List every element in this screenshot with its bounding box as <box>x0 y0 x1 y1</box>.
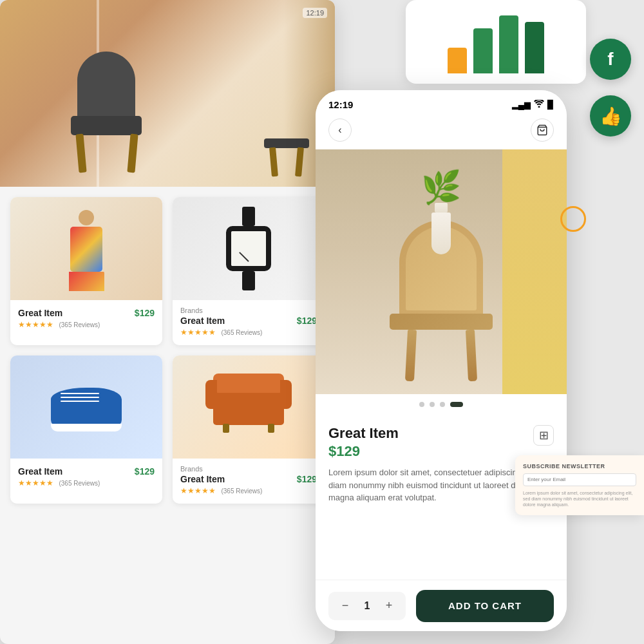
wooden-chair-leg-right <box>466 330 477 382</box>
product-info-sofa: Brands Great Item $129 ★★★★★ (365 Review… <box>173 459 325 504</box>
newsletter-title: SUBSCRIBE NEWSLETTER <box>523 463 636 469</box>
bar-green-2 <box>499 15 518 73</box>
star-rating: ★★★★★ <box>18 478 53 488</box>
product-name: Great Item <box>18 466 62 477</box>
watch-outer <box>226 226 271 271</box>
star-rating: ★★★★★ <box>180 486 216 495</box>
watch-strap-bottom <box>242 271 255 290</box>
expand-button[interactable]: ⊞ <box>533 425 554 446</box>
chart-bar-3 <box>499 15 518 73</box>
sofa-leg-right <box>268 424 274 433</box>
sofa-leg-left <box>223 424 229 433</box>
fashion-body <box>70 227 102 272</box>
yellow-accent-bg <box>502 149 567 394</box>
carousel-dots <box>316 394 567 415</box>
newsletter-widget: SUBSCRIBE NEWSLETTER Lorem ipsum dolor s… <box>515 455 644 515</box>
chair-leg-right <box>127 134 138 173</box>
like-button[interactable]: 👍 <box>590 95 631 137</box>
product-card-fashion[interactable]: Great Item $129 ★★★★★ (365 Reviews) <box>10 197 162 345</box>
newsletter-email-input[interactable] <box>523 473 636 486</box>
wifi-icon <box>534 100 544 109</box>
quantity-decrease-button[interactable]: − <box>336 597 354 615</box>
wooden-chair-leg-left <box>405 330 417 382</box>
product-detail-header: Great Item $129 ⊞ <box>328 425 554 460</box>
thumbs-up-icon: 👍 <box>600 106 622 127</box>
product-brand: Brands <box>180 465 317 473</box>
stool-decoration <box>264 138 309 148</box>
sofa-body <box>213 390 284 425</box>
product-name-price-row: Great Item $129 <box>18 308 155 318</box>
phone-nav-bar: ‹ <box>316 118 567 149</box>
bar-orange <box>448 48 467 73</box>
product-name-price-row: Great Item $129 <box>180 474 317 484</box>
hero-timestamp: 12:19 <box>303 8 327 18</box>
star-rating: ★★★★★ <box>18 320 53 329</box>
hero-section: 12:19 <box>0 0 335 187</box>
quantity-control: − 1 + <box>328 592 406 620</box>
battery-icon: ▉ <box>547 100 554 109</box>
wooden-chair-product: 🌿 <box>390 220 493 381</box>
product-card-sofa[interactable]: Brands Great Item $129 ★★★★★ (365 Review… <box>173 355 325 504</box>
left-website-panel: 12:19 Great Item $129 ★★★★★ (365 Reviews… <box>0 0 335 644</box>
product-stars-row: ★★★★★ (365 Reviews) <box>18 477 155 488</box>
product-stars-row: ★★★★★ (365 Reviews) <box>18 318 155 330</box>
stool-leg-left <box>269 147 278 177</box>
quantity-value: 1 <box>361 600 374 612</box>
status-bar-icons: ▂▄▆ ▉ <box>512 100 554 109</box>
product-price: $129 <box>135 466 155 477</box>
review-count: (365 Reviews) <box>221 329 262 336</box>
product-card-watch[interactable]: Brands Great Item $129 ★★★★★ (365 Review… <box>173 197 325 345</box>
review-count: (365 Reviews) <box>221 488 262 495</box>
vase-body <box>431 213 451 254</box>
fashion-figure <box>67 210 106 287</box>
product-grid-row1: Great Item $129 ★★★★★ (365 Reviews) <box>0 187 335 355</box>
product-card-shoe[interactable]: Great Item $129 ★★★★★ (365 Reviews) <box>10 355 162 504</box>
signal-icon: ▂▄▆ <box>512 100 531 109</box>
carousel-dot-4-active[interactable] <box>450 402 463 407</box>
stool-top <box>264 138 309 148</box>
carousel-dot-2[interactable] <box>430 402 435 407</box>
wooden-chair-seat <box>390 314 493 330</box>
status-bar-time: 12:19 <box>328 99 353 110</box>
carousel-dot-1[interactable] <box>419 402 424 407</box>
chart-bar-4 <box>525 22 544 73</box>
product-image-watch <box>173 197 325 300</box>
review-count: (365 Reviews) <box>59 321 100 328</box>
sofa-wrapper <box>213 390 284 425</box>
chair-with-vase: 🌿 <box>399 220 483 317</box>
product-image-fashion <box>10 197 162 300</box>
sofa-arm-left <box>205 380 217 409</box>
product-name-price-row: Great Item $129 <box>18 466 155 477</box>
product-grid-row2: Great Item $129 ★★★★★ (365 Reviews) <box>0 355 335 514</box>
chair-seat <box>71 116 142 135</box>
product-name-price-block: Great Item $129 <box>328 425 399 460</box>
product-info-shoe: Great Item $129 ★★★★★ (365 Reviews) <box>10 459 162 496</box>
facebook-button[interactable]: f <box>590 39 631 80</box>
quantity-increase-button[interactable]: + <box>380 597 398 615</box>
watch-strap-top <box>242 207 255 226</box>
mobile-phone-mockup: 12:19 ▂▄▆ ▉ ‹ 🌿 <box>316 90 567 631</box>
chart-bar-1 <box>448 48 467 73</box>
newsletter-body-text: Lorem ipsum dolor sit amet, consectetur … <box>523 490 636 507</box>
product-brand: Brands <box>180 307 317 314</box>
product-stars-row: ★★★★★ (365 Reviews) <box>180 484 317 496</box>
sofa-back <box>213 374 284 393</box>
sofa-arm-right <box>280 380 292 409</box>
product-carousel[interactable]: 🌿 <box>316 149 567 394</box>
product-name: Great Item <box>180 474 225 484</box>
product-info-watch: Brands Great Item $129 ★★★★★ (365 Review… <box>173 300 325 345</box>
hero-chair-decoration <box>39 26 167 155</box>
orange-circle-decoration <box>560 206 586 232</box>
product-detail-price: $129 <box>328 443 399 460</box>
shoe-laces <box>61 393 99 394</box>
add-to-cart-button[interactable]: ADD TO CART <box>416 590 554 622</box>
product-image-shoe <box>10 355 162 459</box>
cart-button[interactable] <box>531 118 554 142</box>
watch-face <box>231 231 266 266</box>
carousel-dot-3[interactable] <box>440 402 445 407</box>
product-price: $129 <box>297 316 317 326</box>
wooden-chair-legs <box>406 330 476 381</box>
back-button[interactable]: ‹ <box>328 118 352 142</box>
product-name: Great Item <box>180 316 225 326</box>
fashion-skirt <box>69 272 104 291</box>
